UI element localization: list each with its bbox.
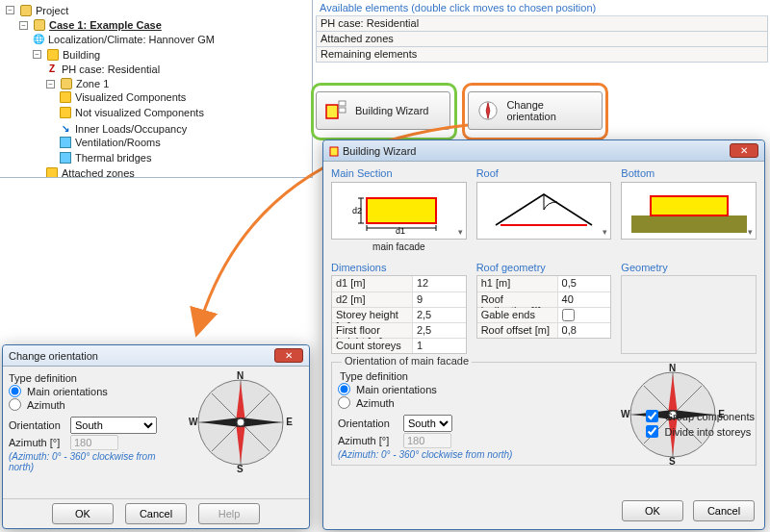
- co-ok-button[interactable]: OK: [52, 503, 114, 524]
- tree-thermal[interactable]: Thermal bridges: [75, 151, 151, 165]
- avail-row[interactable]: Attached zones: [316, 32, 768, 47]
- change-orientation-window: Change orientation ✕ Type definition Mai…: [2, 344, 310, 529]
- dimensions-grid: d1 [m]12 d2 [m]9 Storey height [m]2,5 Fi…: [331, 275, 467, 354]
- svg-rect-5: [330, 147, 338, 156]
- geometry-label: Geometry: [621, 262, 757, 273]
- h1-field[interactable]: 0,5: [558, 276, 611, 291]
- roof-geom-label: Roof geometry: [476, 262, 612, 273]
- tree-notviscomp[interactable]: Not visualized Components: [75, 106, 204, 119]
- component-icon: [60, 91, 71, 103]
- bw-cancel-button[interactable]: Cancel: [693, 500, 755, 521]
- svg-rect-18: [651, 196, 728, 215]
- project-tree[interactable]: −Project −Case 1: Example Case Localizat…: [2, 2, 312, 178]
- co-type-def-label: Type definition: [9, 372, 170, 384]
- co-azimuth-hint: (Azimuth: 0° - 360° clockwise from north…: [9, 451, 170, 472]
- roof-geom-grid: h1 [m]0,5 Roof inclination [°]40 Gable e…: [476, 275, 612, 339]
- gable-ends-checkbox[interactable]: [562, 309, 575, 321]
- main-section-col: Main Section d2 d1 ▾ main facade: [331, 167, 467, 252]
- roof-figure[interactable]: ▾: [476, 182, 612, 240]
- main-section-title: Main Section: [331, 167, 467, 179]
- bw-title: Building Wizard: [343, 145, 416, 157]
- d1-field[interactable]: 12: [413, 276, 466, 291]
- bw-orient-header: Orientation of main facade: [342, 355, 472, 367]
- tree-ventilation[interactable]: Ventilation/Rooms: [75, 136, 161, 149]
- main-facade-caption: main facade: [331, 241, 467, 252]
- bottom-col: Bottom ▾: [621, 167, 757, 252]
- house-icon: [47, 49, 59, 61]
- bw-radio-main-orientations[interactable]: [338, 383, 350, 395]
- wizard-icon: [329, 144, 343, 158]
- co-radio-azimuth[interactable]: [9, 398, 21, 411]
- bottom-title: Bottom: [621, 167, 757, 179]
- loads-icon: ↘: [60, 123, 71, 135]
- main-section-figure[interactable]: d2 d1 ▾: [331, 182, 467, 240]
- svg-point-34: [237, 418, 244, 426]
- tree-building[interactable]: Building: [63, 48, 100, 62]
- chevron-down-icon[interactable]: ▾: [603, 227, 607, 237]
- svg-text:d1: d1: [396, 226, 405, 235]
- close-icon[interactable]: ✕: [730, 143, 758, 158]
- avail-row[interactable]: Remaining elements: [316, 47, 768, 63]
- first-floor-height-field[interactable]: 2,5: [413, 323, 466, 338]
- available-elements-panel: Available elements (double click moves t…: [316, 0, 768, 63]
- bw-azimuth-input[interactable]: [403, 433, 451, 448]
- tree-zone[interactable]: Zone 1: [76, 77, 109, 90]
- roof-offset-field[interactable]: 0,8: [558, 323, 611, 338]
- bottom-figure[interactable]: ▾: [621, 182, 757, 240]
- tree-expander[interactable]: −: [6, 6, 14, 14]
- tree-case-label[interactable]: Case 1: Example Case: [49, 18, 162, 32]
- link-icon: Z: [46, 63, 58, 75]
- project-tree-panel: −Project −Case 1: Example Case Localizat…: [0, 0, 313, 178]
- gable-ends-field[interactable]: [558, 308, 611, 322]
- tree-expander[interactable]: −: [46, 80, 55, 89]
- bw-ok-button[interactable]: OK: [622, 500, 683, 521]
- tree-phcase[interactable]: PH case: Residential: [62, 63, 160, 76]
- tree-climate[interactable]: Localization/Climate: Hannover GM: [48, 33, 215, 46]
- bw-radio-azimuth[interactable]: [338, 396, 350, 409]
- count-storeys-field[interactable]: 1: [413, 339, 466, 353]
- bw-azimuth-hint: (Azimuth: 0° - 360° clockwise from north…: [338, 449, 615, 460]
- available-header: Available elements (double click moves t…: [316, 0, 768, 16]
- tree-innerloads[interactable]: Inner Loads/Occupancy: [75, 122, 187, 136]
- bw-type-def-label: Type definition: [340, 370, 615, 382]
- roof-title: Roof: [476, 167, 612, 179]
- dimensions-label: Dimensions: [331, 262, 467, 273]
- d2-field[interactable]: 9: [413, 292, 466, 307]
- folder-icon: [20, 5, 32, 16]
- tree-root-label: Project: [36, 4, 68, 17]
- storey-height-field[interactable]: 2,5: [413, 308, 466, 322]
- co-orientation-select[interactable]: South: [70, 417, 157, 434]
- bw-titlebar[interactable]: Building Wizard ✕: [323, 140, 764, 162]
- chevron-down-icon[interactable]: ▾: [458, 227, 463, 237]
- close-icon[interactable]: ✕: [274, 348, 303, 363]
- co-title: Change orientation: [9, 350, 98, 362]
- highlight-change-orientation: [462, 83, 608, 140]
- roof-inclination-field[interactable]: 40: [558, 292, 611, 307]
- co-azimuth-input[interactable]: [70, 435, 118, 450]
- compass-icon: N E S W: [192, 374, 289, 470]
- co-help-button[interactable]: Help: [198, 503, 260, 524]
- svg-rect-17: [631, 215, 747, 233]
- globe-icon: [33, 34, 44, 45]
- tree-viscomp[interactable]: Visualized Components: [75, 90, 186, 104]
- building-wizard-window: Building Wizard ✕ Main Section d2 d1 ▾ m…: [322, 139, 765, 530]
- folder-icon: [34, 19, 45, 31]
- ventilation-icon: [60, 137, 71, 148]
- divide-storeys-checkbox[interactable]: [646, 425, 658, 438]
- svg-rect-6: [367, 198, 436, 223]
- house-icon: [46, 167, 58, 178]
- bw-orientation-select[interactable]: South: [403, 415, 452, 432]
- geometry-panel: [621, 275, 757, 354]
- co-cancel-button[interactable]: Cancel: [125, 503, 187, 524]
- co-titlebar[interactable]: Change orientation ✕: [3, 345, 309, 367]
- tree-attached[interactable]: Attached zones: [62, 166, 135, 178]
- bridge-icon: [60, 152, 71, 164]
- folder-icon: [61, 78, 72, 89]
- co-radio-main-orientations[interactable]: [9, 385, 21, 397]
- roof-col: Roof ▾: [476, 167, 612, 252]
- tree-expander[interactable]: −: [19, 21, 28, 30]
- avail-row[interactable]: PH case: Residential: [316, 16, 768, 32]
- tree-expander[interactable]: −: [33, 50, 41, 59]
- group-components-checkbox[interactable]: [646, 410, 658, 422]
- chevron-down-icon[interactable]: ▾: [748, 227, 753, 237]
